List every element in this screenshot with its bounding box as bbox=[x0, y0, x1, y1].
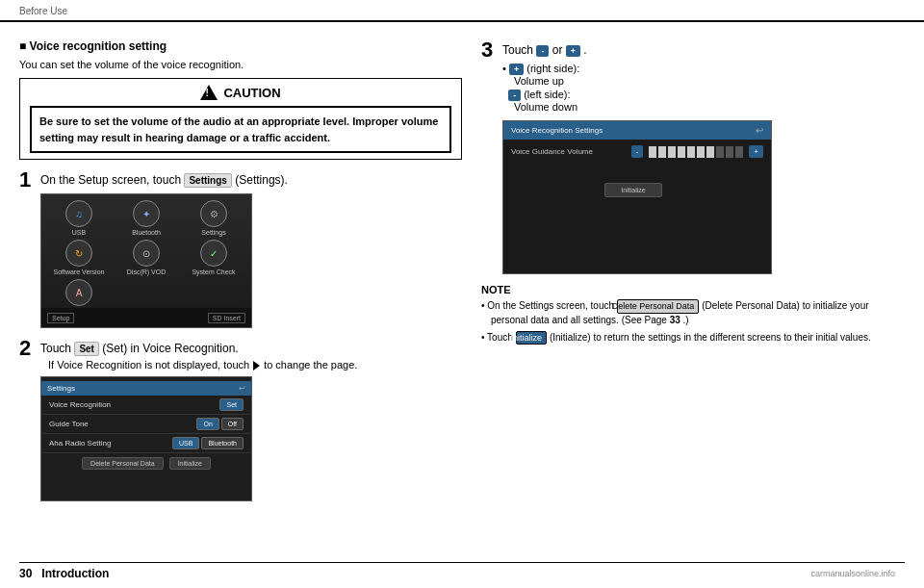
down-arrow-icon bbox=[253, 361, 260, 371]
vs-bar-seg-3 bbox=[668, 146, 676, 158]
screen-bottom-tab-sdinsert: SD Insert bbox=[208, 313, 245, 323]
aha-usb-btn[interactable]: USB bbox=[172, 437, 199, 449]
vs-bar-seg-1 bbox=[649, 146, 656, 158]
bluetooth-icon: ✦ bbox=[133, 200, 160, 227]
step1-settings-btn[interactable]: Settings bbox=[184, 173, 231, 188]
vs-back-icon: ↩ bbox=[756, 125, 763, 136]
step2-text: Touch Set (Set) in Voice Recognition. bbox=[40, 338, 462, 356]
page-footer: 30 Introduction carmanualsonline.info bbox=[19, 562, 905, 580]
delete-personal-data-note-btn[interactable]: Delete Personal Data bbox=[617, 299, 700, 314]
delete-personal-data-btn[interactable]: Delete Personal Data bbox=[82, 457, 164, 470]
vs-bar-seg-6 bbox=[697, 146, 705, 158]
step3-plus-btn[interactable]: + bbox=[566, 45, 580, 57]
vs-bar-seg-2 bbox=[658, 146, 666, 158]
step3-bullet1: • + (right side): Volume up bbox=[502, 63, 905, 87]
vs-bar-seg-5 bbox=[687, 146, 695, 158]
step2-set-btn[interactable]: Set bbox=[74, 342, 99, 356]
step3-plus-bullet-btn[interactable]: + bbox=[509, 64, 524, 75]
note1-page: 33 bbox=[670, 315, 680, 325]
vs-minus-btn[interactable]: - bbox=[631, 145, 644, 158]
note-section: NOTE On the Settings screen, touch Delet… bbox=[481, 284, 905, 345]
step3-volume-down: Volume down bbox=[514, 101, 578, 113]
step3-text: Touch - or + . bbox=[502, 39, 905, 57]
note1-prefix: On the Settings screen, touch bbox=[487, 300, 617, 311]
note-title: NOTE bbox=[481, 284, 905, 295]
note2-suffix: (Initialize) to return the settings in t… bbox=[550, 332, 871, 343]
vs-title: Voice Recognition Settings ↩ bbox=[503, 121, 771, 140]
left-column: Voice recognition setting You can set th… bbox=[19, 39, 462, 511]
step3-end: . bbox=[583, 43, 586, 57]
vs-bar-seg-8 bbox=[716, 146, 724, 158]
vs-initialize-btn[interactable]: Initialize bbox=[604, 183, 661, 197]
step3-block: 3 Touch - or + . • + (right side): Volum… bbox=[481, 39, 905, 274]
vs-row-volume: Voice Guidance Volume - + bbox=[503, 140, 771, 164]
vs-bar-seg-7 bbox=[706, 146, 714, 158]
settings-row-voice: Voice Recognition Set bbox=[41, 396, 251, 415]
vs-plus-btn[interactable]: + bbox=[749, 145, 763, 158]
step1-block: 1 On the Setup screen, touch Settings (S… bbox=[19, 169, 462, 328]
settings-screen: Settings ↩ Voice Recognition Set Guide T… bbox=[41, 377, 251, 500]
step3-text-before: Touch bbox=[502, 43, 533, 57]
step3-minus-btn[interactable]: - bbox=[536, 45, 549, 57]
screen-icon-usb: ♫ USB bbox=[47, 200, 111, 236]
step2-bullet: If Voice Recognition is not displayed, t… bbox=[48, 359, 462, 371]
guide-tone-off-btn[interactable]: Off bbox=[221, 418, 244, 430]
caution-title: CAUTION bbox=[223, 86, 280, 100]
step1-text-after: (Settings). bbox=[235, 173, 288, 187]
caution-box: CAUTION Be sure to set the volume of the… bbox=[19, 78, 462, 160]
settings-row-aha: Aha Radio Setting USB Bluetooth bbox=[41, 434, 251, 453]
vs-title-text: Voice Recognition Settings bbox=[511, 126, 603, 135]
initialize-btn-step2[interactable]: Initialize bbox=[169, 457, 211, 470]
settings-row-delete: Delete Personal Data Initialize bbox=[41, 453, 251, 473]
note-item-1: On the Settings screen, touch Delete Per… bbox=[481, 299, 905, 327]
vs-bar bbox=[649, 146, 743, 158]
section-subtitle: You can set the volume of the voice reco… bbox=[19, 59, 462, 70]
page-header: Before Use bbox=[0, 0, 924, 21]
vs-row-label: Voice Guidance Volume bbox=[511, 147, 626, 156]
step1-text: On the Setup screen, touch Settings (Set… bbox=[40, 169, 462, 188]
screen-icon-software: ↻ Software Version bbox=[47, 240, 111, 275]
step3-volume-up: Volume up bbox=[514, 75, 564, 87]
step1-screen-image: ♫ USB ✦ Bluetooth ⚙ Settings ↻ Software bbox=[40, 193, 252, 328]
step3-or: or bbox=[552, 43, 563, 57]
vs-bar-seg-4 bbox=[678, 146, 685, 158]
aha-bluetooth-btn[interactable]: Bluetooth bbox=[201, 437, 244, 449]
voice-settings-screen: Voice Recognition Settings ↩ Voice Guida… bbox=[502, 120, 772, 274]
watermark: carmanualsonline.info bbox=[810, 569, 895, 578]
step1-text-before: On the Setup screen, touch bbox=[40, 173, 181, 187]
settings-row-guidetone: Guide Tone On Off bbox=[41, 415, 251, 434]
settings-icon: ⚙ bbox=[200, 200, 227, 227]
step3-bullet2: - (left side): Volume down bbox=[502, 89, 905, 113]
language-icon: A bbox=[65, 279, 92, 306]
page-number: 30 bbox=[19, 567, 32, 580]
usb-icon: ♫ bbox=[65, 200, 92, 227]
step3-bullets: • + (right side): Volume up - (left side… bbox=[502, 63, 905, 113]
caution-triangle-icon bbox=[200, 85, 218, 100]
screen-bottom-tab-setup: Setup bbox=[47, 313, 74, 323]
step3-minus-bullet-btn[interactable]: - bbox=[508, 89, 521, 101]
bullet-text-after: to change the page. bbox=[264, 359, 357, 371]
section-title: Voice recognition setting bbox=[19, 39, 462, 53]
screen-icon-settings: ⚙ Settings bbox=[182, 200, 245, 236]
guide-tone-on-btn[interactable]: On bbox=[196, 418, 218, 430]
software-icon: ↻ bbox=[65, 240, 92, 267]
step2-text-after: (Set) in Voice Recognition. bbox=[102, 342, 238, 355]
note1-suffix2: .) bbox=[683, 315, 689, 325]
settings-screen-title: Settings ↩ bbox=[41, 381, 251, 396]
caution-header: CAUTION bbox=[30, 85, 451, 100]
footer-label: Introduction bbox=[41, 567, 109, 580]
vs-bar-seg-9 bbox=[726, 146, 733, 158]
screen-bottom-bar: Setup SD Insert bbox=[41, 308, 251, 327]
initialize-note-btn[interactable]: Initialize bbox=[516, 331, 548, 345]
step1-number: 1 bbox=[19, 169, 31, 191]
screen-icon-bluetooth: ✦ Bluetooth bbox=[115, 200, 178, 236]
vs-bar-seg-10 bbox=[735, 146, 743, 158]
right-column: 3 Touch - or + . • + (right side): Volum… bbox=[481, 39, 905, 511]
step2-number: 2 bbox=[19, 338, 31, 359]
screen-icon-systemcheck: ✓ System Check bbox=[182, 240, 245, 275]
caution-body: Be sure to set the volume of the audio a… bbox=[30, 106, 451, 153]
note-item-2: Touch Initialize (Initialize) to return … bbox=[481, 331, 905, 345]
disc-icon: ⊙ bbox=[133, 240, 160, 267]
step2-block: 2 Touch Set (Set) in Voice Recognition. … bbox=[19, 338, 462, 501]
voice-set-btn[interactable]: Set bbox=[219, 398, 244, 411]
